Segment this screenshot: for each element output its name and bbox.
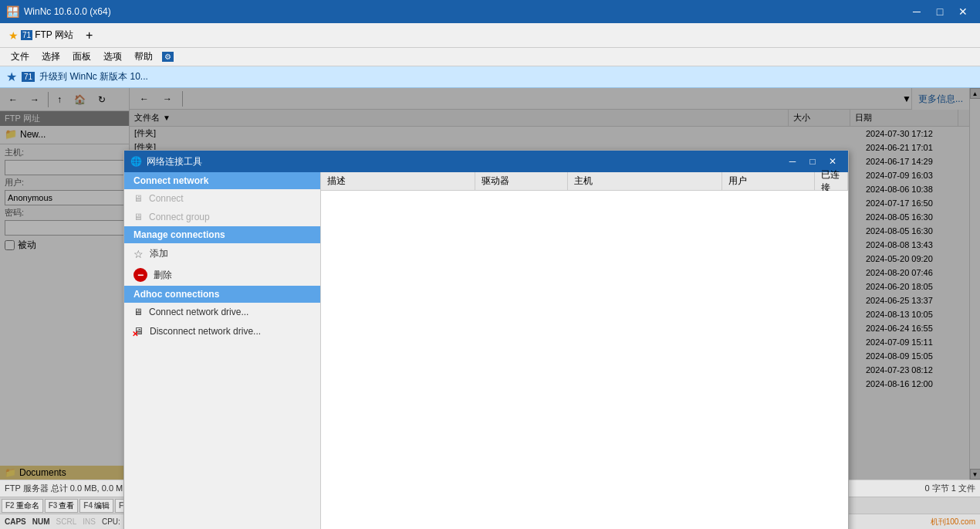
connect-network-drive-item[interactable]: 🖥 Connect network drive... bbox=[124, 303, 320, 321]
dialog-nav: Connect network 🖥 Connect 🖥 Connect grou… bbox=[124, 172, 321, 529]
cpu-label: CPU: bbox=[102, 517, 120, 526]
main-window: 🪟 WinNc 10.6.0.0 (x64) ─ □ ✕ ★ 71 FTP 网站… bbox=[0, 0, 980, 529]
connect-group-item: 🖥 Connect group bbox=[124, 208, 320, 226]
update-icon: ★ bbox=[6, 70, 17, 84]
dialog-content-body bbox=[321, 191, 848, 529]
dialog-content-header: 描述 驱动器 主机 用户 已连接 bbox=[321, 172, 848, 191]
connect-group-icon: 🖥 bbox=[133, 212, 143, 222]
fkey-f3-button[interactable]: F3查看 bbox=[45, 499, 79, 513]
dialog-overlay: 🌐 网络连接工具 ─ □ ✕ Connect net bbox=[0, 88, 980, 480]
menu-options[interactable]: 选项 bbox=[97, 49, 128, 66]
menu-panel[interactable]: 面板 bbox=[66, 49, 97, 66]
update-bar: ★ 71 升级到 WinNc 新版本 10... bbox=[0, 66, 980, 88]
connect-network-section: Connect network bbox=[124, 172, 320, 189]
toolbar: ★ 71 FTP 网站 + bbox=[0, 23, 980, 48]
manage-connections-section: Manage connections bbox=[124, 226, 320, 243]
col-desc[interactable]: 描述 bbox=[321, 172, 475, 190]
update-icon2: 71 bbox=[22, 72, 35, 82]
window-title: WinNc 10.6.0.0 (x64) bbox=[24, 6, 111, 17]
col-user[interactable]: 用户 bbox=[722, 172, 815, 190]
menu-bar: 文件 选择 面板 选项 帮助 ⚙ bbox=[0, 48, 980, 66]
update-text: 升级到 WinNc 新版本 10... bbox=[39, 70, 148, 83]
toolbar-icon: 71 bbox=[21, 30, 32, 40]
title-bar: 🪟 WinNc 10.6.0.0 (x64) ─ □ ✕ bbox=[0, 0, 980, 23]
dialog-maximize-button[interactable]: □ bbox=[803, 154, 822, 169]
disconnect-drive-icon: 🖥 ✕ bbox=[133, 325, 144, 337]
dialog-title-bar: 🌐 网络连接工具 ─ □ ✕ bbox=[124, 151, 848, 172]
app-icon: 🪟 bbox=[6, 5, 19, 18]
toolbar-icon2: ⚙ bbox=[162, 52, 174, 62]
dialog-minimize-button[interactable]: ─ bbox=[783, 154, 802, 169]
close-button[interactable]: ✕ bbox=[952, 3, 974, 20]
menu-file[interactable]: 文件 bbox=[5, 49, 35, 66]
menu-select[interactable]: 选择 bbox=[35, 49, 66, 66]
fkey-f4-button[interactable]: F4编辑 bbox=[79, 499, 113, 513]
connect-item: 🖥 Connect bbox=[124, 189, 320, 208]
adhoc-connections-section: Adhoc connections bbox=[124, 286, 320, 303]
remove-icon: − bbox=[133, 268, 147, 282]
dialog-title-left: 🌐 网络连接工具 bbox=[130, 155, 202, 168]
dialog-icon: 🌐 bbox=[130, 156, 142, 167]
col-host[interactable]: 主机 bbox=[568, 172, 722, 190]
col-driver[interactable]: 驱动器 bbox=[475, 172, 568, 190]
fkey-f2-button[interactable]: F2重命名 bbox=[2, 499, 43, 513]
watermark: 机刊100.com bbox=[931, 517, 975, 527]
dialog-controls: ─ □ ✕ bbox=[783, 154, 842, 169]
dialog-body: Connect network 🖥 Connect 🖥 Connect grou… bbox=[124, 172, 848, 529]
remove-connection-item[interactable]: − 删除 bbox=[124, 264, 320, 286]
minimize-button[interactable]: ─ bbox=[906, 3, 928, 20]
dialog-close-button[interactable]: ✕ bbox=[823, 154, 842, 169]
connect-icon: 🖥 bbox=[133, 193, 143, 204]
add-tab-button[interactable]: + bbox=[80, 25, 98, 46]
star-icon: ★ bbox=[8, 29, 19, 42]
network-drive-icon: 🖥 bbox=[133, 307, 143, 317]
network-tool-dialog: 🌐 网络连接工具 ─ □ ✕ Connect net bbox=[123, 150, 849, 529]
ftp-label: FTP 网站 bbox=[35, 29, 73, 42]
dialog-content: 描述 驱动器 主机 用户 已连接 bbox=[321, 172, 848, 529]
right-info: 0 字节 1 文件 bbox=[925, 483, 975, 494]
num-indicator: NUM bbox=[32, 517, 50, 526]
dialog-title: 网络连接工具 bbox=[147, 155, 202, 168]
add-connection-item[interactable]: ☆ 添加 bbox=[124, 243, 320, 264]
menu-help[interactable]: 帮助 bbox=[128, 49, 159, 66]
ins-indicator: INS bbox=[83, 517, 96, 526]
scrl-indicator: SCRL bbox=[56, 517, 77, 526]
disconnect-network-drive-item[interactable]: 🖥 ✕ Disconnect network drive... bbox=[124, 321, 320, 341]
title-bar-left: 🪟 WinNc 10.6.0.0 (x64) bbox=[6, 5, 111, 18]
title-bar-controls: ─ □ ✕ bbox=[906, 3, 974, 20]
caps-indicator: CAPS bbox=[5, 517, 26, 526]
col-connected[interactable]: 已连接 bbox=[815, 172, 848, 190]
maximize-button[interactable]: □ bbox=[929, 3, 951, 20]
add-icon: ☆ bbox=[133, 248, 144, 260]
ftp-tab-button[interactable]: ★ 71 FTP 网站 bbox=[3, 25, 79, 46]
